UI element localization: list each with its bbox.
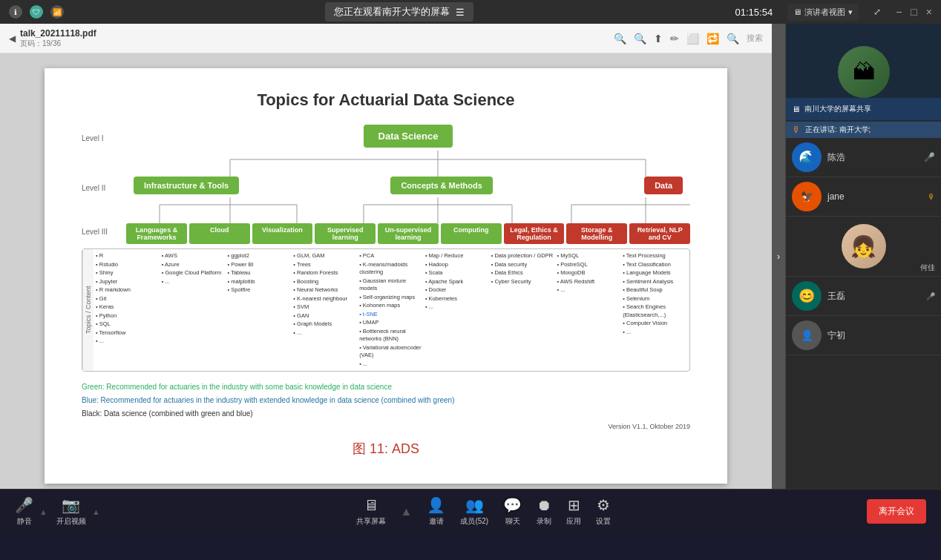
apps-btn[interactable]: ⊞ 应用 [566, 496, 581, 527]
settings-icon: ⚙ [597, 496, 610, 514]
dropdown-icon: ▾ [848, 7, 853, 17]
participant-name: 陈浩 [827, 152, 845, 162]
l3-computing-node: Computing [441, 223, 502, 244]
hejia-name: 何佳 [920, 263, 935, 273]
l3-viz-node: Visualization [252, 223, 313, 244]
zoom-out-icon[interactable]: 🔍 [614, 33, 626, 45]
muted-icon-wanglei: 🎤 [926, 292, 935, 300]
sharing-banner: 您正在观看南开大学的屏幕 ☰ [325, 2, 473, 22]
muted-icon: 🎤 [924, 152, 935, 162]
bottom-center: 🖥 共享屏幕 ▲ 👤 邀请 👥 成员(52) 💬 聊天 ⏺ 录制 ⊞ 应用 ⚙ … [356, 496, 612, 527]
close-btn[interactable]: × [926, 6, 932, 18]
l3-languages-node: Languages &Frameworks [126, 223, 187, 244]
bottom-left: 🎤 静音 ▲ 📷 开启视频 ▲ [15, 496, 100, 527]
mute-label: 静音 [17, 516, 32, 527]
mic-active-icon: 🎙 [792, 125, 801, 135]
record-icon: ⏺ [537, 497, 551, 514]
search-icon[interactable]: 🔍 [727, 33, 739, 45]
pdf-content: Topics for Actuarial Data Science Level … [0, 53, 772, 489]
level3-label: Level III [82, 223, 126, 236]
l3-legal-node: Legal, Ethics &Regulation [504, 223, 565, 244]
bottom-right: 离开会议 [867, 499, 926, 524]
zoom-in-icon[interactable]: 🔍 [634, 33, 646, 45]
l2-concepts-node: Concepts & Methods [390, 177, 492, 194]
expand-icon[interactable]: ⤢ [873, 7, 881, 17]
l2-data-node: Data [644, 177, 683, 194]
participant-name-wanglei: 王磊 [827, 290, 845, 303]
record-label: 录制 [537, 516, 551, 527]
window-controls: 01:15:54 🖥 演讲者视图 ▾ ⤢ − □ × [735, 4, 932, 21]
share-btn[interactable]: 🖥 共享屏幕 [356, 497, 386, 527]
chat-btn[interactable]: 💬 聊天 [503, 496, 522, 527]
signal-icon[interactable]: 📶 [50, 5, 64, 19]
supervised-col: • GLM, GAM• Trees• Random Forests• Boost… [293, 251, 358, 369]
pdf-viewer: ◀ talk_20211118.pdf 页码：19/36 🔍 🔍 ⬆ ✏ ⬜ 🔁… [0, 24, 772, 489]
presenter-icon: 🖥 [793, 7, 801, 16]
participant-item: 👤 宁初 [786, 316, 941, 355]
invite-label: 邀请 [429, 516, 444, 527]
topics-grid: • R• Rstudio• Shiny• Jupyter• R markdown… [94, 249, 689, 371]
info-icon[interactable]: ℹ [9, 5, 22, 19]
mute-arrow[interactable]: ▲ [39, 507, 47, 516]
presenter-view-label: 演讲者视图 [804, 7, 845, 18]
level3-row: Level III Languages &Frameworks Cloud Vi… [82, 223, 690, 244]
participant-list: 🌊 陈浩 🎤 🦅 jane 🎙 👧 [786, 138, 941, 489]
search-label: 搜索 [747, 33, 763, 44]
shield-icon[interactable]: 🛡 [30, 5, 43, 19]
menu-icon[interactable]: ☰ [456, 7, 465, 18]
presenter-avatar: 🏔 [838, 46, 890, 98]
right-panel: 🏔 🖥 南川大学的屏幕共享 🎙 正在讲话: 南开大学; 🌊 陈浩 🎤 [785, 24, 941, 489]
level1-row: Level I Data Science [82, 125, 690, 148]
presenter-view-btn[interactable]: 🖥 演讲者视图 ▾ [787, 4, 859, 21]
participants-icon: 👥 [465, 496, 484, 514]
legal-col: • Data protection / GDPR• Data security•… [491, 251, 556, 369]
video-arrow[interactable]: ▲ [92, 507, 100, 516]
video-icon: 📷 [62, 496, 80, 514]
data-science-node: Data Science [364, 125, 453, 148]
mute-btn[interactable]: 🎤 静音 [15, 496, 33, 527]
share-label: 南川大学的屏幕共享 [804, 104, 871, 114]
pdf-back-icon[interactable]: ◀ [9, 33, 16, 44]
legend-blue: Blue: Recommended for actuaries in the i… [82, 394, 690, 407]
mute-icon: 🎤 [15, 496, 33, 514]
record-btn[interactable]: ⏺ 录制 [537, 497, 551, 527]
time-display: 01:15:54 [735, 7, 773, 18]
bottom-bar: 🎤 静音 ▲ 📷 开启视频 ▲ 🖥 共享屏幕 ▲ 👤 邀请 👥 成员(52) 💬… [0, 489, 941, 533]
minimize-btn[interactable]: − [896, 6, 902, 18]
share-arrow[interactable]: ▲ [401, 505, 413, 518]
leave-btn[interactable]: 离开会议 [867, 499, 926, 524]
settings-label: 设置 [596, 516, 611, 527]
avatar-ningchu: 👤 [792, 320, 822, 350]
panel-toggle[interactable]: › [772, 24, 785, 489]
participant-item: 😊 王磊 🎤 [786, 277, 941, 316]
pdf-page: Topics for Actuarial Data Science Level … [45, 68, 727, 484]
upload-icon[interactable]: ⬆ [654, 33, 663, 45]
rotate-icon[interactable]: 🔁 [706, 33, 719, 45]
pen-icon[interactable]: ✏ [670, 33, 679, 45]
video-btn[interactable]: 📷 开启视频 [56, 496, 86, 527]
status-icons: ℹ 🛡 📶 [9, 5, 64, 19]
l3-supervised-node: Supervisedlearning [315, 223, 376, 244]
legend-green: Green: Recommended for actuaries in the … [82, 381, 690, 394]
apps-icon: ⊞ [568, 496, 580, 514]
shape-icon[interactable]: ⬜ [686, 33, 699, 45]
chat-icon: 💬 [503, 496, 522, 514]
participants-label: 成员(52) [460, 516, 488, 527]
languages-col: • R• Rstudio• Shiny• Jupyter• R markdown… [96, 251, 160, 369]
pdf-file-info: talk_20211118.pdf 页码：19/36 [20, 28, 96, 49]
legend: Green: Recommended for actuaries in the … [82, 381, 690, 432]
pdf-pages: 页码：19/36 [20, 39, 96, 49]
l3-cloud-node: Cloud [189, 223, 250, 244]
participants-btn[interactable]: 👥 成员(52) [460, 496, 488, 527]
avatar-chenghao: 🌊 [792, 142, 822, 172]
avatar-hejia: 👧 [842, 224, 886, 269]
invite-btn[interactable]: 👤 邀请 [427, 496, 445, 527]
settings-btn[interactable]: ⚙ 设置 [596, 496, 611, 527]
main-area: ◀ talk_20211118.pdf 页码：19/36 🔍 🔍 ⬆ ✏ ⬜ 🔁… [0, 24, 941, 489]
computing-col: • Map / Reduce• Hadoop• Scala• Apache Sp… [425, 251, 490, 369]
level2-row: Level II Infrastructure & Tools Concepts… [82, 177, 690, 194]
participant-item: 🦅 jane 🎙 [786, 177, 941, 217]
restore-btn[interactable]: □ [911, 6, 917, 18]
avatar-wanglei: 😊 [792, 281, 822, 311]
sharing-text: 您正在观看南开大学的屏幕 [334, 5, 450, 19]
